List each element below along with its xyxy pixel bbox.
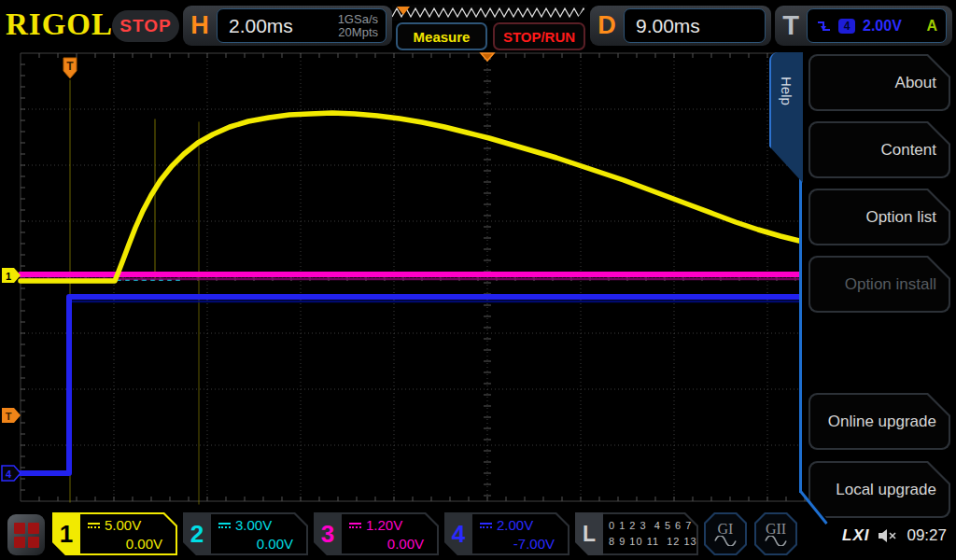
ch1-position-marker[interactable]: 1: [2, 268, 21, 283]
generator1-label: GI: [718, 522, 734, 536]
menu-item-label: Local upgrade: [836, 481, 936, 499]
oscilloscope-screen: T 1 T 4 RIGOL STOP H 2.00ms 1GSa/s 20Mpt…: [0, 0, 956, 560]
menu-item-label: Option list: [865, 208, 936, 227]
menu-item-option-install: Option install: [808, 256, 950, 313]
generator2-box[interactable]: GII: [754, 512, 797, 555]
ch1-marker-label: 1: [6, 271, 11, 282]
traces: [21, 80, 799, 504]
menu-item-online-upgrade[interactable]: Online upgrade: [808, 393, 950, 450]
channel2-scale: 3.00V: [235, 517, 272, 533]
menu-item-content[interactable]: Content: [808, 121, 950, 178]
dc-coupling-icon: [218, 523, 231, 528]
channel3-scale: 1.20V: [366, 517, 402, 533]
dc-coupling-icon: [480, 523, 492, 528]
channel4-box[interactable]: 4 2.00V -7.00V: [444, 512, 569, 555]
menu-item-label: Online upgrade: [828, 413, 936, 431]
ch4-trace: [21, 297, 799, 473]
menu-item-label: Option install: [845, 275, 936, 294]
generator2-label: GII: [766, 522, 786, 536]
channel3-box[interactable]: 3 1.20V 0.00V: [314, 512, 439, 555]
dc-coupling-icon: [88, 523, 100, 528]
trigger-position-flag[interactable]: T: [63, 58, 77, 78]
channel4-offset: -7.00V: [513, 536, 555, 552]
main-menu-button[interactable]: [7, 514, 45, 555]
ch1-trace: [21, 113, 799, 281]
clock: 09:27: [907, 526, 947, 545]
sine-wave-icon: [765, 536, 787, 546]
menu-item-about[interactable]: About: [808, 54, 950, 111]
logic-analyzer-box[interactable]: L 0 1 2 3 4 5 6 78 9 10 11 12 13 14 15: [575, 512, 698, 555]
lxi-indicator: LXI: [842, 526, 869, 545]
channel2-offset: 0.00V: [257, 536, 293, 552]
channel1-scale: 5.00V: [105, 517, 141, 533]
digital-channels-row1: 0 1 2 3 4 5 6 7: [609, 520, 692, 531]
channel1-box[interactable]: 1 5.00V 0.00V: [52, 512, 177, 555]
channel4-scale: 2.00V: [497, 517, 533, 533]
ch4-position-marker[interactable]: 4: [2, 466, 21, 481]
speaker-muted-icon: [878, 527, 898, 544]
trigger-level-marker[interactable]: T: [2, 408, 21, 423]
trigger-flag-label: T: [66, 60, 74, 73]
menu-item-label: About: [895, 74, 936, 92]
help-tab-label: Help: [779, 77, 794, 105]
sine-wave-icon: [714, 536, 737, 546]
menu-grid-icon: [14, 523, 39, 548]
menu-item-label: Content: [880, 141, 936, 160]
trigger-center-marker-icon[interactable]: [481, 53, 494, 61]
channel2-box[interactable]: 2 3.00V 0.00V: [183, 512, 308, 555]
menu-item-local-upgrade[interactable]: Local upgrade: [808, 461, 950, 518]
channel1-offset: 0.00V: [126, 536, 162, 552]
help-menu-panel: About Content Option list Option install…: [801, 52, 956, 521]
trigger-level-label: T: [6, 411, 12, 422]
generator1-box[interactable]: GI: [704, 512, 747, 555]
channel3-offset: 0.00V: [387, 536, 424, 552]
dc-coupling-icon: [349, 523, 361, 528]
ch4-marker-label: 4: [6, 469, 12, 480]
menu-item-option-list[interactable]: Option list: [808, 189, 950, 245]
